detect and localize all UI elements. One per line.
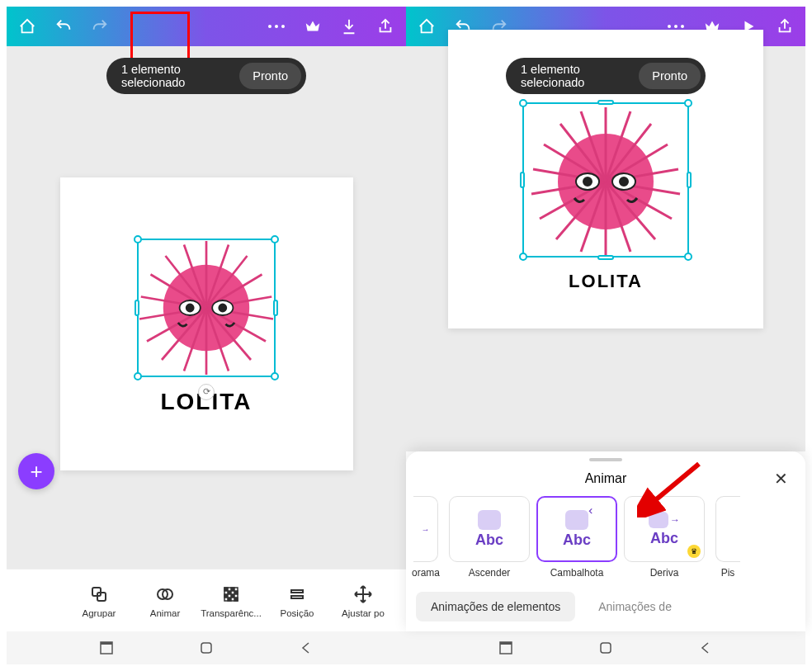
anim-pis[interactable]: Pis: [711, 496, 744, 579]
android-nav: [406, 631, 805, 664]
nav-recent[interactable]: [97, 639, 116, 657]
tool-group[interactable]: Agrupar: [66, 584, 132, 618]
svg-point-69: [620, 177, 628, 186]
svg-rect-73: [601, 643, 611, 653]
tab-other-animations[interactable]: Animações de: [583, 592, 687, 621]
svg-rect-39: [291, 590, 303, 593]
svg-rect-43: [201, 643, 211, 653]
animation-tabs: Animações de elementos Animações de: [406, 585, 805, 628]
tab-element-animations[interactable]: Animações de elementos: [416, 592, 575, 621]
selection-pill: 1 elemento selecionado Pronto: [106, 58, 306, 94]
done-button[interactable]: Pronto: [239, 63, 301, 89]
undo-icon[interactable]: [54, 17, 73, 35]
svg-rect-37: [228, 598, 231, 601]
tool-animate[interactable]: Animar: [132, 584, 198, 618]
share-icon[interactable]: [776, 17, 794, 35]
sheet-drag-handle[interactable]: [589, 458, 622, 461]
anim-ascender[interactable]: Abc Ascender: [449, 496, 530, 579]
tool-adjust[interactable]: Ajustar po: [330, 584, 396, 618]
share-icon[interactable]: [376, 17, 394, 35]
redo-icon[interactable]: [91, 17, 109, 35]
crown-icon[interactable]: [304, 17, 322, 35]
android-nav: [7, 631, 406, 664]
anim-panorama[interactable]: → orama: [409, 496, 442, 579]
sheet-title: Animar: [585, 471, 627, 486]
nav-back[interactable]: [297, 639, 315, 657]
download-icon[interactable]: [340, 17, 358, 35]
logo-text[interactable]: LOLITA: [160, 389, 252, 415]
animation-list[interactable]: → orama Abc Ascender: [406, 496, 805, 585]
home-icon[interactable]: [418, 17, 436, 35]
tool-transparency[interactable]: Transparênc...: [198, 584, 264, 618]
animate-icon: [154, 584, 176, 605]
nav-recent[interactable]: [497, 639, 515, 657]
canvas-area[interactable]: LOLITA: [406, 46, 805, 451]
nav-home[interactable]: [197, 639, 215, 657]
svg-point-45: [674, 25, 677, 28]
app-top-bar: [7, 7, 406, 46]
svg-point-1: [275, 25, 278, 28]
svg-point-67: [583, 177, 592, 186]
transparency-icon: [220, 584, 242, 605]
canvas-area[interactable]: ⟳ LOLITA +: [7, 46, 406, 569]
move-icon: [352, 584, 374, 605]
add-fab[interactable]: +: [18, 453, 54, 489]
svg-point-44: [668, 25, 671, 28]
anim-deriva[interactable]: → Abc ♛ Deriva: [624, 496, 705, 579]
selection-count: 1 elemento selecionado: [521, 63, 629, 89]
sunburst-element[interactable]: [519, 99, 692, 264]
svg-rect-40: [291, 596, 303, 598]
more-icon[interactable]: [267, 17, 286, 35]
home-icon[interactable]: [18, 17, 36, 35]
selection-count: 1 elemento selecionado: [121, 63, 229, 89]
bottom-toolbar: Agrupar Animar Transparênc... Posição: [7, 569, 406, 631]
nav-home[interactable]: [597, 639, 615, 657]
svg-point-2: [281, 25, 285, 28]
close-icon[interactable]: ✕: [769, 467, 792, 490]
sunburst-element[interactable]: [132, 234, 281, 382]
animate-sheet: Animar ✕ → orama Abc: [406, 451, 805, 631]
svg-rect-38: [234, 598, 238, 601]
canvas-page[interactable]: ⟳ LOLITA: [60, 177, 353, 470]
pro-badge-icon: ♛: [687, 545, 701, 558]
svg-point-25: [219, 304, 226, 311]
svg-point-0: [268, 25, 271, 28]
nav-back[interactable]: [696, 639, 715, 657]
anim-cambalhota[interactable]: Abc Cambalhota: [536, 496, 617, 579]
svg-point-46: [681, 25, 684, 28]
group-icon: [88, 584, 110, 605]
logo-text[interactable]: LOLITA: [569, 271, 643, 292]
svg-rect-72: [500, 642, 512, 645]
done-button[interactable]: Pronto: [639, 63, 701, 89]
position-icon: [286, 584, 308, 605]
tool-position[interactable]: Posição: [264, 584, 330, 618]
svg-rect-42: [101, 642, 112, 645]
svg-point-23: [186, 304, 194, 311]
selection-pill: 1 elemento selecionado Pronto: [506, 58, 706, 94]
